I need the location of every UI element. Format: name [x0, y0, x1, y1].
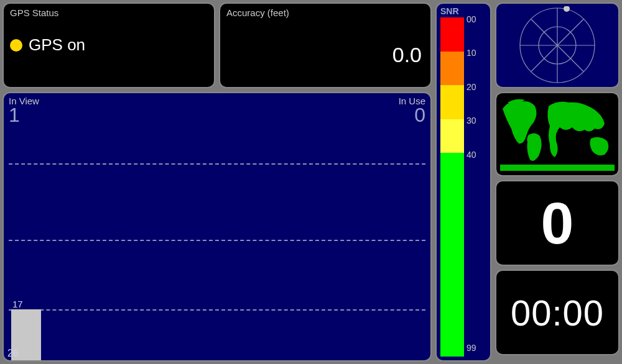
snr-panel: SNR 00 10 20 30 40 99 — [435, 2, 491, 362]
snr-gradient-bar — [440, 17, 464, 357]
satellite-bar-chart: 17 — [9, 129, 425, 360]
accuracy-value: 0.0 — [392, 43, 422, 67]
snr-tick-99: 99 — [466, 343, 476, 353]
skyplot-sat-dot-icon — [564, 6, 570, 12]
world-map-icon — [498, 95, 617, 173]
skyplot-icon — [504, 6, 610, 84]
speed-panel[interactable]: 0 — [495, 180, 620, 266]
skyplot-panel[interactable] — [495, 2, 620, 88]
snr-ticks: 00 10 20 30 40 99 — [466, 17, 486, 357]
snr-title: SNR — [440, 6, 486, 16]
gps-status-dot-icon — [10, 39, 22, 52]
snr-tick-20: 20 — [466, 82, 476, 92]
speed-value: 0 — [541, 189, 574, 257]
accuracy-panel: Accuracy (feet) 0.0 — [219, 2, 432, 88]
snr-tick-30: 30 — [466, 116, 476, 125]
accuracy-header: Accuracy (feet) — [226, 7, 424, 18]
snr-tick-00: 00 — [466, 14, 476, 24]
gps-status-text: GPS on — [29, 35, 85, 55]
snr-tick-10: 10 — [466, 48, 476, 58]
timer-panel[interactable]: 00:00 — [495, 270, 620, 355]
timer-value: 00:00 — [511, 292, 604, 334]
satellites-panel: In View In Use 1 0 17 26 — [2, 92, 432, 362]
snr-tick-40: 40 — [466, 150, 476, 160]
sat-prn-id: 26 — [7, 348, 19, 359]
gps-status-header: GPS Status — [10, 7, 208, 18]
worldmap-panel[interactable] — [495, 92, 620, 176]
gps-status-panel: GPS Status GPS on — [2, 2, 215, 88]
in-view-count: 1 — [9, 105, 20, 125]
svg-rect-7 — [500, 165, 615, 171]
in-use-count: 0 — [414, 105, 425, 125]
sat-bar-value: 17 — [12, 299, 23, 309]
